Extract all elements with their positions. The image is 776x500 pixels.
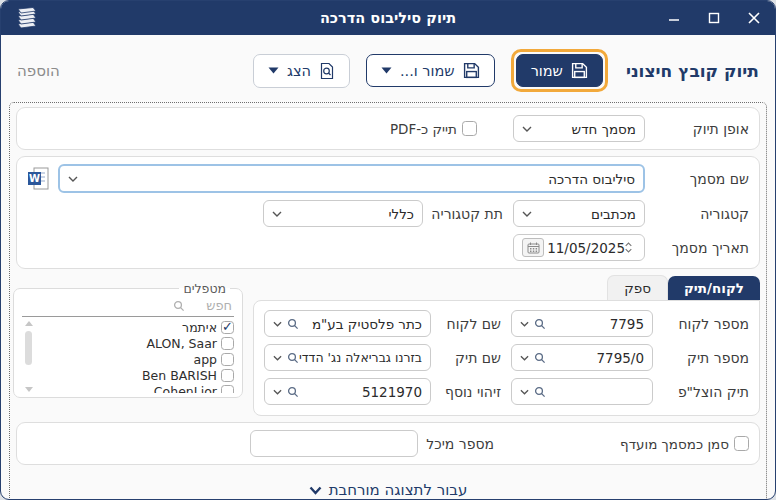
scroll-down-icon[interactable]	[25, 387, 33, 392]
chevron-down-icon[interactable]	[68, 176, 78, 182]
scrollbar-thumb[interactable]	[25, 331, 32, 365]
handler-checkbox[interactable]	[221, 321, 234, 334]
container-number-input[interactable]	[250, 430, 418, 457]
document-date-value: 11/05/2025	[547, 240, 625, 256]
handler-item[interactable]: ALON, Saar	[40, 335, 234, 351]
category-label: קטגוריה	[645, 206, 749, 222]
search-icon[interactable]	[287, 386, 299, 398]
close-icon[interactable]	[747, 11, 761, 25]
search-icon[interactable]	[534, 318, 546, 330]
client-name-field[interactable]: כתר פלסטיק בע"מ	[264, 310, 431, 337]
save-icon	[463, 62, 480, 79]
date-spinner[interactable]	[625, 242, 632, 253]
favorite-checkbox[interactable]	[734, 436, 749, 451]
stacked-papers-icon	[15, 7, 41, 29]
chevron-down-icon[interactable]	[522, 211, 532, 217]
add-button[interactable]: הוספה	[17, 62, 60, 80]
filing-method-value: מסמך חדש	[532, 121, 636, 137]
case-number-label: מספר תיק	[653, 350, 749, 366]
title-bar: תיוק סיליבוס הדרכה	[1, 1, 775, 35]
container-number-label: מספר מיכל	[418, 436, 504, 452]
subcategory-select[interactable]: כללי	[263, 200, 423, 227]
document-date-field[interactable]: 11/05/2025	[513, 234, 645, 261]
handlers-search-input[interactable]	[190, 298, 232, 313]
save-and-button[interactable]: שמור ו...	[366, 54, 495, 87]
save-button-label: שמור	[531, 63, 563, 79]
search-icon[interactable]	[534, 386, 546, 398]
save-button-highlight: שמור	[511, 49, 608, 92]
client-case-panel: מספר לקוח 7795 שם לקוח כתר פלסטיק בע"מ	[253, 300, 760, 416]
subcategory-value: כללי	[282, 206, 414, 222]
search-icon[interactable]	[287, 318, 299, 330]
case-name-field[interactable]: בזרנו גבריאלה נג' הדדי	[264, 344, 431, 371]
chevron-down-icon	[381, 67, 392, 74]
chevron-down-icon[interactable]	[522, 126, 532, 132]
client-name-value: כתר פלסטיק בע"מ	[299, 316, 422, 332]
client-case-section: לקוח/תיק ספק מספר לקוח 7795 שם ל	[16, 275, 760, 416]
maximize-icon[interactable]	[707, 11, 721, 25]
chevron-down-icon[interactable]	[520, 355, 529, 361]
svg-text:W: W	[29, 173, 40, 184]
handler-name: app	[193, 352, 217, 367]
filing-method-select[interactable]: מסמך חדש	[513, 115, 645, 142]
extra-id-label: זיהוי נוסף	[431, 384, 511, 400]
minimize-icon[interactable]	[667, 11, 681, 25]
execution-case-field[interactable]	[511, 378, 653, 405]
expand-view-label: עבור לתצוגה מורחבת	[329, 481, 468, 499]
favorite-label: סמן כמסמך מועדף	[620, 436, 729, 452]
tab-client-case[interactable]: לקוח/תיק	[668, 276, 760, 300]
save-and-button-label: שמור ו...	[400, 63, 455, 79]
favorite-checkbox-group: סמן כמסמך מועדף	[620, 436, 749, 452]
filing-method-group: אופן תיוק מסמך חדש תייק כ-PDF	[16, 107, 760, 150]
scroll-up-icon[interactable]	[25, 321, 33, 326]
tab-bar: לקוח/תיק ספק	[253, 275, 760, 300]
handler-checkbox[interactable]	[221, 337, 234, 350]
handler-item[interactable]: app	[40, 351, 234, 367]
file-as-pdf-checkbox-group: תייק כ-PDF	[390, 121, 477, 137]
window-controls	[667, 11, 761, 25]
category-value: מכתבים	[532, 206, 636, 222]
handler-name: איתמר	[182, 320, 217, 335]
file-as-pdf-checkbox[interactable]	[462, 121, 477, 136]
file-as-pdf-label: תייק כ-PDF	[390, 121, 457, 137]
show-button[interactable]: הצג	[253, 54, 350, 88]
chevron-down-icon	[268, 67, 279, 74]
handlers-legend: מטפלים	[179, 281, 230, 296]
handler-item[interactable]: CohenLior	[40, 383, 234, 393]
handler-checkbox[interactable]	[221, 385, 234, 394]
case-number-field[interactable]: 7795/0	[511, 344, 653, 371]
app-window: תיוק סיליבוס הדרכה תיוק קובץ חיצוני	[0, 0, 776, 500]
chevron-down-icon[interactable]	[273, 355, 282, 361]
show-button-label: הצג	[287, 63, 311, 79]
calendar-icon[interactable]	[522, 238, 544, 257]
search-icon[interactable]	[287, 352, 299, 364]
save-icon	[571, 62, 588, 79]
save-button[interactable]: שמור	[516, 54, 603, 87]
client-number-field[interactable]: 7795	[511, 310, 653, 337]
search-icon[interactable]	[534, 352, 546, 364]
expand-view-link[interactable]: עבור לתצוגה מורחבת	[16, 471, 760, 500]
handlers-scrollbar[interactable]	[22, 319, 35, 393]
chevron-down-icon[interactable]	[273, 389, 282, 395]
handler-item[interactable]: Ben BARISH	[40, 367, 234, 383]
chevron-down-icon[interactable]	[272, 211, 282, 217]
handler-checkbox[interactable]	[221, 353, 234, 366]
client-number-value: 7795	[546, 316, 644, 332]
chevron-down-icon[interactable]	[520, 389, 529, 395]
handler-name: ALON, Saar	[146, 336, 217, 351]
case-name-value: בזרנו גבריאלה נג' הדדי	[299, 350, 422, 365]
client-name-label: שם לקוח	[431, 316, 511, 332]
document-name-value: סיליבוס הדרכה	[78, 171, 635, 187]
handler-item[interactable]: איתמר	[40, 319, 234, 335]
subcategory-label: תת קטגוריה	[423, 206, 513, 222]
tab-supplier[interactable]: ספק	[607, 275, 668, 300]
chevron-down-icon[interactable]	[273, 321, 282, 327]
chevron-down-icon[interactable]	[520, 321, 529, 327]
category-select[interactable]: מכתבים	[513, 200, 645, 227]
case-number-value: 7795/0	[546, 350, 644, 366]
document-name-combobox[interactable]: סיליבוס הדרכה	[58, 164, 645, 193]
document-details-group: שם מסמך סיליבוס הדרכה	[16, 156, 760, 269]
handler-checkbox[interactable]	[221, 369, 234, 382]
extra-id-field[interactable]: 5121970	[264, 378, 431, 405]
handlers-fieldset: מטפלים איתמר ALON, Saar	[13, 281, 243, 398]
